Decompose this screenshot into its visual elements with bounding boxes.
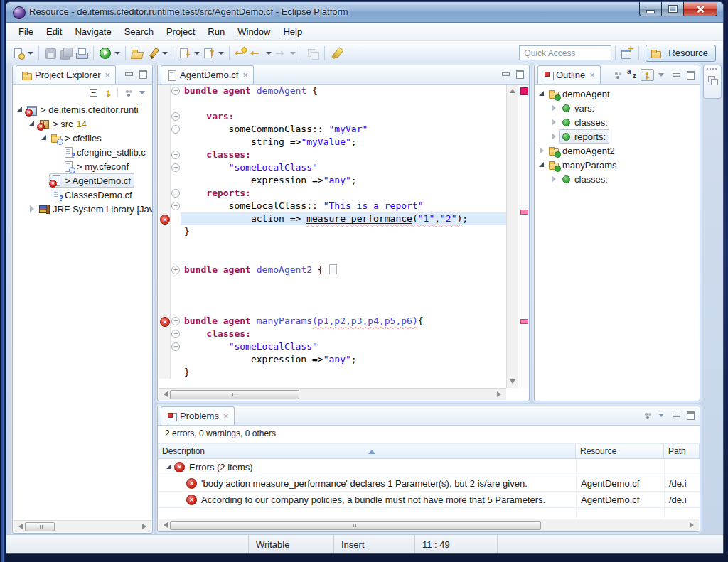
expand-arrow-icon[interactable] [550, 118, 559, 126]
quick-access-input[interactable] [519, 45, 611, 60]
fold-ruler-cell[interactable]: − [171, 315, 181, 328]
expand-arrow-icon[interactable] [550, 175, 559, 183]
view-menu-dropdown[interactable] [656, 410, 668, 421]
code-line[interactable]: − "someLocalClass" [159, 161, 506, 174]
code-line[interactable]: − someCommonClass:: "myVar" [159, 123, 506, 136]
column-path[interactable]: Path [664, 444, 700, 458]
collapse-fold-icon[interactable]: − [171, 202, 180, 210]
editor-hscrollbar[interactable] [159, 388, 506, 400]
fold-ruler-cell[interactable]: − [171, 123, 181, 136]
code-line[interactable]: − "someLocalClass" [159, 340, 506, 353]
fold-ruler-cell[interactable]: − [171, 148, 181, 161]
code-line[interactable]: −bundle agent demoAgent { [159, 85, 506, 97]
tree-item-jre-system-library-jav[interactable]: JRE System Library [Jav [13, 202, 152, 216]
tree-item-classes[interactable]: classes: [535, 172, 700, 186]
tab-close-icon[interactable]: × [105, 71, 110, 80]
focus-icon[interactable] [642, 410, 654, 421]
scroll-left-icon[interactable] [161, 391, 168, 397]
fold-ruler-cell[interactable]: − [171, 187, 181, 200]
error-marker-icon[interactable]: × [160, 317, 170, 327]
code-text[interactable]: vars: [181, 110, 506, 123]
scroll-up-icon[interactable] [510, 86, 515, 93]
code-line[interactable] [159, 302, 506, 315]
tree-item-demoagent[interactable]: demoAgent [535, 87, 700, 101]
minimize-view-button[interactable] [670, 410, 682, 421]
expand-arrow-icon[interactable] [550, 104, 559, 112]
code-line[interactable]: − reports: [159, 187, 506, 200]
collapse-arrow-icon[interactable] [28, 119, 37, 128]
editor-vscrollbar[interactable] [506, 85, 518, 388]
code-line[interactable] [159, 276, 506, 289]
overview-error-marker[interactable] [520, 319, 528, 324]
tree-item-my-cfeconf[interactable]: > my.cfeconf [13, 159, 152, 173]
previous-annotation-dropdown[interactable] [217, 44, 225, 63]
code-text[interactable]: bundle agent manyParams(p1,p2,p3,p4,p5,p… [181, 315, 506, 328]
scroll-right-icon[interactable] [690, 522, 697, 528]
print-button[interactable] [74, 44, 90, 63]
menu-run[interactable]: Run [201, 24, 231, 39]
menu-project[interactable]: Project [160, 24, 201, 39]
code-text[interactable]: } [181, 225, 506, 238]
code-text[interactable] [181, 289, 506, 302]
code-line[interactable]: expression =>"any"; [159, 353, 506, 366]
restore-view-icon[interactable] [707, 74, 719, 85]
highlighter-button[interactable] [328, 44, 344, 63]
code-text[interactable]: reports: [181, 187, 506, 200]
code-line[interactable] [159, 238, 506, 251]
collapse-fold-icon[interactable]: − [171, 342, 180, 351]
view-menu-dropdown[interactable] [656, 70, 668, 80]
column-description[interactable]: Description [158, 444, 576, 458]
run-button[interactable] [97, 44, 113, 63]
link-with-editor-button[interactable] [641, 69, 654, 81]
column-resource[interactable]: Resource [576, 444, 664, 458]
project-explorer-hscrollbar[interactable] [14, 520, 151, 532]
code-line[interactable]: − classes: [159, 328, 506, 340]
collapse-arrow-icon[interactable] [165, 463, 174, 471]
collapse-fold-icon[interactable]: − [171, 317, 180, 325]
view-menu-dropdown[interactable] [137, 87, 149, 98]
collapse-arrow-icon[interactable] [16, 105, 25, 114]
problems-error-row[interactable]: ×According to our company policies, a bu… [158, 492, 700, 508]
problems-error-row[interactable]: ×'body action measure_performance' decla… [158, 475, 700, 492]
maximize-view-button[interactable] [137, 69, 149, 80]
problems-group-row[interactable]: ×Errors (2 items) [158, 459, 700, 475]
code-line[interactable]: +bundle agent demoAgent2 { [159, 264, 506, 276]
tree-item-src[interactable]: ×> src14 [13, 117, 152, 131]
tree-item-cfengine-stdlib-c[interactable]: ?cfengine_stdlib.c [13, 145, 152, 159]
next-annotation-dropdown[interactable] [193, 44, 201, 63]
tab-close-icon[interactable]: × [223, 412, 229, 421]
maximize-view-button[interactable] [685, 410, 697, 421]
minimize-view-button[interactable] [123, 69, 135, 80]
tab-problems[interactable]: Problems × [161, 406, 235, 425]
code-text[interactable]: string =>"myValue"; [181, 136, 506, 148]
minimize-view-button[interactable] [670, 70, 682, 80]
code-line[interactable]: } [159, 225, 506, 238]
last-edit-location-button[interactable] [233, 44, 249, 63]
code-text[interactable] [181, 97, 506, 110]
menu-window[interactable]: Window [231, 24, 277, 39]
expand-arrow-icon[interactable] [550, 132, 559, 141]
code-line[interactable]: − vars: [159, 110, 506, 123]
collapse-fold-icon[interactable]: − [171, 330, 180, 338]
tree-item-cfefiles[interactable]: > cfefiles [13, 131, 152, 145]
code-text[interactable]: expression =>"any"; [181, 174, 506, 187]
fold-ruler-cell[interactable]: − [171, 340, 181, 353]
new-wizard-button[interactable] [11, 44, 26, 63]
collapse-fold-icon[interactable]: − [171, 125, 180, 134]
fold-ruler-cell[interactable]: − [171, 110, 181, 123]
open-resource-button[interactable] [129, 44, 145, 63]
tree-item-classes[interactable]: classes: [535, 115, 700, 129]
fold-ruler-cell[interactable]: − [171, 328, 181, 340]
collapse-arrow-icon[interactable] [537, 90, 547, 98]
collapse-fold-icon[interactable]: − [171, 151, 180, 159]
fold-ruler-cell[interactable]: − [171, 85, 181, 97]
code-text[interactable] [181, 302, 506, 315]
expand-arrow-icon[interactable] [28, 205, 37, 213]
overview-error-indicator[interactable] [520, 87, 528, 95]
code-text[interactable]: "someLocalClass" [181, 161, 506, 174]
tree-item-manyparams[interactable]: manyParams [535, 158, 700, 172]
code-text[interactable]: someLocalClass:: "This is a report" [181, 200, 506, 212]
mark-occurrences-dropdown[interactable] [161, 44, 169, 63]
code-text[interactable]: classes: [181, 148, 506, 161]
collapse-all-button[interactable] [88, 87, 100, 98]
